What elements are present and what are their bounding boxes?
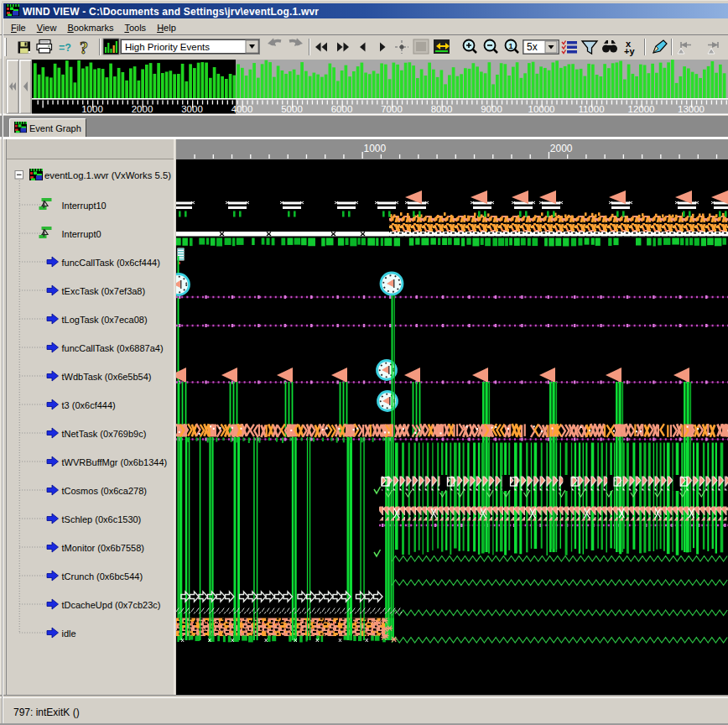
svg-text:Interrupt0: Interrupt0 (62, 229, 101, 239)
svg-text:2000: 2000 (132, 104, 153, 114)
svg-text:Interrupt10: Interrupt10 (62, 201, 107, 211)
svg-text:10000: 10000 (528, 104, 555, 114)
svg-text:7000: 7000 (381, 104, 403, 114)
svg-text:2000: 2000 (550, 143, 573, 154)
svg-text:1: 1 (509, 42, 513, 50)
svg-text:5000: 5000 (281, 104, 303, 114)
svg-text:?: ? (80, 39, 88, 57)
svg-text:tNetTask (0x769b9c): tNetTask (0x769b9c) (62, 429, 147, 439)
svg-text:tCrunch (0x6bc544): tCrunch (0x6bc544) (62, 571, 143, 582)
svg-text:tDcacheUpd (0x7cb23c): tDcacheUpd (0x7cb23c) (62, 600, 161, 610)
svg-text:High Priority Events: High Priority Events (125, 42, 210, 52)
svg-text:tLogTask (0x7eca08): tLogTask (0x7eca08) (62, 315, 148, 325)
svg-text:tExcTask (0x7ef3a8): tExcTask (0x7ef3a8) (62, 286, 146, 296)
svg-text:funcCallTask (0x6887a4): funcCallTask (0x6887a4) (62, 343, 164, 353)
svg-text:eventLog.1.wvr (VxWorks 5.5): eventLog.1.wvr (VxWorks 5.5) (44, 170, 171, 180)
svg-text:tCosmos (0x6ca278): tCosmos (0x6ca278) (62, 486, 148, 496)
svg-text:5x: 5x (527, 41, 538, 53)
svg-text:12000: 12000 (628, 104, 655, 114)
svg-text:1000: 1000 (81, 104, 103, 114)
svg-text:13000: 13000 (678, 104, 705, 114)
svg-text:4000: 4000 (231, 104, 253, 114)
svg-text:11000: 11000 (578, 104, 604, 114)
svg-text:8000: 8000 (431, 104, 453, 114)
svg-text:+y: +y (624, 46, 635, 56)
svg-text:6000: 6000 (331, 104, 353, 114)
svg-text:=?: =? (59, 42, 71, 54)
svg-text:tWdbTask (0x6e5b54): tWdbTask (0x6e5b54) (62, 372, 152, 382)
svg-text:3000: 3000 (181, 104, 203, 114)
svg-text:9000: 9000 (481, 104, 502, 114)
svg-text:tSchlep (0x6c1530): tSchlep (0x6c1530) (62, 514, 142, 524)
svg-text:idle: idle (62, 629, 76, 639)
svg-text:tMonitor (0x6b7558): tMonitor (0x6b7558) (62, 543, 144, 553)
svg-text:tWVRBuffMgr (0x6b1344): tWVRBuffMgr (0x6b1344) (62, 457, 168, 467)
svg-text:1000: 1000 (364, 143, 387, 154)
svg-text:t3 (0x6cf444): t3 (0x6cf444) (62, 400, 116, 410)
svg-text:funcCallTask (0x6cf444): funcCallTask (0x6cf444) (62, 258, 160, 268)
